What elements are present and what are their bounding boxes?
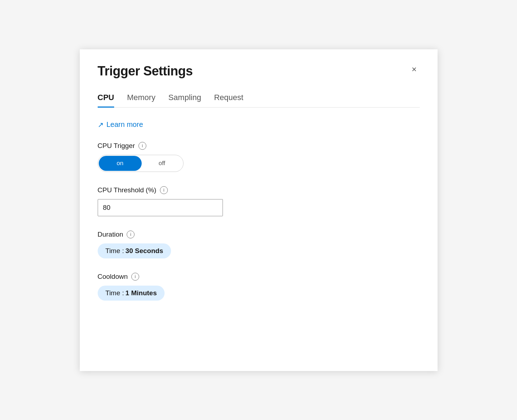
duration-label-row: Duration i xyxy=(98,231,420,238)
duration-time-value: 30 Seconds xyxy=(126,247,164,255)
duration-info-icon[interactable]: i xyxy=(127,231,135,238)
trigger-settings-dialog: Trigger Settings × CPU Memory Sampling R… xyxy=(80,49,438,371)
duration-time-badge[interactable]: Time : 30 Seconds xyxy=(98,243,171,258)
cpu-threshold-section: CPU Threshold (%) i xyxy=(98,186,420,216)
dialog-title: Trigger Settings xyxy=(98,64,193,79)
cpu-trigger-label: CPU Trigger xyxy=(98,142,135,150)
cooldown-section: Cooldown i Time : 1 Minutes xyxy=(98,273,420,301)
cpu-trigger-toggle[interactable]: on off xyxy=(98,155,184,172)
close-button[interactable]: × xyxy=(409,64,419,75)
duration-label: Duration xyxy=(98,231,123,238)
cooldown-info-icon[interactable]: i xyxy=(131,273,139,281)
dialog-header: Trigger Settings × xyxy=(98,64,420,79)
cpu-threshold-input[interactable] xyxy=(98,199,223,216)
cooldown-label: Cooldown xyxy=(98,273,128,281)
external-link-icon: ↗ xyxy=(98,120,104,129)
tabs-container: CPU Memory Sampling Request xyxy=(98,93,420,108)
cpu-threshold-label-row: CPU Threshold (%) i xyxy=(98,186,420,194)
cooldown-time-prefix: Time : xyxy=(106,289,124,297)
cooldown-time-value: 1 Minutes xyxy=(126,289,157,297)
cpu-threshold-info-icon[interactable]: i xyxy=(160,186,168,194)
toggle-off-option: off xyxy=(142,160,182,167)
cpu-threshold-label: CPU Threshold (%) xyxy=(98,186,156,194)
learn-more-label: Learn more xyxy=(107,120,143,129)
duration-section: Duration i Time : 30 Seconds xyxy=(98,231,420,258)
tab-sampling[interactable]: Sampling xyxy=(168,93,201,108)
cpu-trigger-label-row: CPU Trigger i xyxy=(98,142,420,150)
cooldown-label-row: Cooldown i xyxy=(98,273,420,281)
cpu-trigger-info-icon[interactable]: i xyxy=(138,142,146,150)
learn-more-link[interactable]: ↗ Learn more xyxy=(98,120,420,129)
cooldown-time-badge[interactable]: Time : 1 Minutes xyxy=(98,286,165,301)
tab-request[interactable]: Request xyxy=(214,93,243,108)
tab-memory[interactable]: Memory xyxy=(127,93,155,108)
duration-time-prefix: Time : xyxy=(106,247,124,255)
cpu-trigger-section: CPU Trigger i on off xyxy=(98,142,420,172)
toggle-on-option: on xyxy=(99,156,142,171)
tab-cpu[interactable]: CPU xyxy=(98,93,114,108)
